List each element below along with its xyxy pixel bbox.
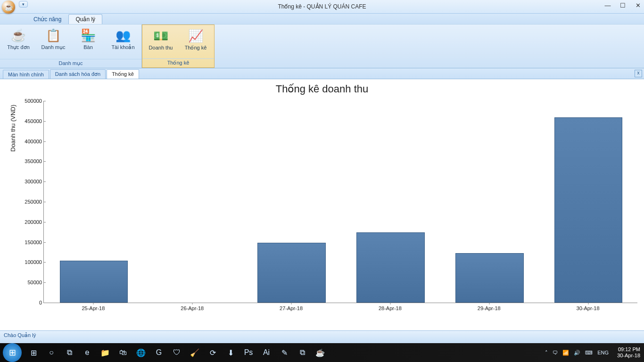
y-tick: 0 — [39, 300, 44, 305]
chart-title: Thống kê doanh thu — [0, 79, 644, 97]
bar-column: 26-Apr-18 — [143, 101, 242, 303]
taskbar-app-icon[interactable]: ☕ — [312, 346, 328, 360]
close-tab-button[interactable]: x — [635, 70, 642, 77]
y-tick: 250000 — [25, 199, 44, 205]
bar — [554, 117, 623, 303]
ribbon-button-doanh-thu[interactable]: 💵Doanh thu — [143, 27, 178, 51]
taskbar-app-icon[interactable]: ⟳ — [205, 346, 221, 360]
x-tick: 27-Apr-18 — [280, 303, 303, 311]
doc-tab-thống-kê[interactable]: Thống kê — [107, 69, 139, 79]
taskbar-app-icon[interactable]: 🌐 — [133, 346, 149, 360]
ribbon: ☕Thực đơn📋Danh mục🏪Bàn👥Tài khoảnDanh mục… — [0, 24, 644, 68]
y-tick: 150000 — [25, 239, 44, 245]
ribbon-button-tài-khoản[interactable]: 👥Tài khoản — [106, 26, 140, 51]
taskbar-app-icon[interactable]: e — [79, 346, 95, 360]
taskbar-app-icon[interactable]: ⧉ — [294, 346, 310, 360]
taskbar-app-icon[interactable]: ✎ — [276, 346, 292, 360]
taskbar-app-icon[interactable]: ⧉ — [61, 346, 77, 360]
document-tabs: Màn hình chínhDanh sách hóa đơnThống kêx — [0, 68, 644, 79]
y-axis-label: Doanh thu (VND) — [9, 105, 17, 152]
tài khoản-icon: 👥 — [116, 27, 131, 43]
taskbar-app-icon[interactable]: 🛍 — [115, 346, 131, 360]
taskbar-app-icon[interactable]: Ps — [240, 346, 256, 360]
bàn-icon: 🏪 — [81, 27, 96, 43]
y-tick: 100000 — [25, 259, 44, 265]
chart-panel: Thống kê doanh thu Doanh thu (VND) 25-Ap… — [0, 79, 644, 330]
doc-tab-màn-hình-chính[interactable]: Màn hình chính — [3, 70, 49, 79]
tray-icon[interactable]: ENG — [597, 350, 609, 355]
window-title: Thống kê - QUẢN LÝ QUÁN CAFE — [278, 3, 366, 10]
app-icon — [2, 0, 15, 14]
tray-icon[interactable]: 🔊 — [574, 350, 580, 356]
x-tick: 30-Apr-18 — [577, 303, 600, 311]
quick-access-toolbar[interactable]: ▾ — [19, 1, 28, 8]
bar — [455, 253, 524, 303]
y-tick: 300000 — [25, 179, 44, 184]
titlebar: ▾ Thống kê - QUẢN LÝ QUÁN CAFE — ☐ ✕ — [0, 0, 644, 14]
y-tick: 350000 — [25, 158, 44, 164]
ribbon-group-danh-mục: ☕Thực đơn📋Danh mục🏪Bàn👥Tài khoảnDanh mục — [0, 25, 142, 68]
doanh thu-icon: 💵 — [153, 28, 168, 44]
bar — [60, 261, 128, 303]
y-tick: 400000 — [25, 139, 44, 144]
taskbar-app-icon[interactable]: G — [151, 346, 167, 360]
ribbon-group-thống-kê: 💵Doanh thu📈Thống kêThống kê — [142, 25, 215, 68]
bar-column: 30-Apr-18 — [538, 101, 637, 303]
x-tick: 29-Apr-18 — [478, 303, 501, 311]
ribbon-tabs: Chức năngQuản lý — [0, 14, 644, 24]
start-button[interactable]: ⊞ — [3, 343, 22, 362]
taskbar-app-icon[interactable]: ⬇ — [223, 346, 239, 360]
taskbar-app-icon[interactable]: ○ — [43, 346, 59, 360]
y-tick: 500000 — [25, 98, 44, 104]
y-tick: 450000 — [25, 118, 44, 124]
taskbar-clock: 09:12 PM 30-Apr-18 — [613, 346, 644, 359]
thống kê-icon: 📈 — [188, 28, 203, 44]
ribbon-button-bàn[interactable]: 🏪Bàn — [71, 26, 106, 51]
doc-tab-danh-sách-hóa-đơn[interactable]: Danh sách hóa đơn — [50, 69, 106, 79]
tray-icon[interactable]: ˄ — [545, 350, 548, 356]
x-tick: 26-Apr-18 — [181, 303, 204, 311]
maximize-button[interactable]: ☐ — [619, 2, 626, 9]
bar — [356, 232, 425, 303]
tray-icon[interactable]: ⌨ — [585, 350, 593, 356]
thực đơn-icon: ☕ — [11, 27, 26, 43]
ribbon-button-danh-mục[interactable]: 📋Danh mục — [36, 26, 71, 51]
taskbar-app-icon[interactable]: Ai — [258, 346, 274, 360]
plot-area: 25-Apr-1826-Apr-1827-Apr-1828-Apr-1829-A… — [43, 101, 637, 303]
danh mục-icon: 📋 — [46, 27, 61, 43]
taskbar-app-icon[interactable]: 🛡 — [169, 346, 185, 360]
ribbon-button-thực-đơn[interactable]: ☕Thực đơn — [1, 26, 36, 51]
ribbon-tab-quản-lý[interactable]: Quản lý — [68, 14, 102, 24]
x-tick: 28-Apr-18 — [379, 303, 402, 311]
taskbar-app-icon[interactable]: ⊞ — [25, 346, 41, 360]
bar-column: 25-Apr-18 — [44, 101, 143, 303]
status-bar: Chào Quản lý — [0, 330, 644, 343]
taskbar: ⊞ ⊞○⧉e📁🛍🌐G🛡🧹⟳⬇PsAi✎⧉☕ ˄🗨📶🔊⌨ENG 09:12 PM … — [0, 343, 644, 362]
y-tick: 200000 — [25, 219, 44, 225]
ribbon-tab-chức-năng[interactable]: Chức năng — [26, 14, 68, 24]
tray-icon[interactable]: 📶 — [562, 350, 569, 356]
bar — [257, 243, 326, 303]
tray-icon[interactable]: 🗨 — [553, 350, 558, 355]
bar-column: 28-Apr-18 — [340, 101, 439, 303]
x-tick: 25-Apr-18 — [82, 303, 105, 311]
taskbar-app-icon[interactable]: 🧹 — [187, 346, 203, 360]
taskbar-app-icon[interactable]: 📁 — [97, 346, 113, 360]
y-tick: 50000 — [27, 280, 44, 285]
ribbon-button-thống-kê[interactable]: 📈Thống kê — [178, 27, 213, 52]
close-button[interactable]: ✕ — [635, 2, 641, 9]
bar-column: 29-Apr-18 — [439, 101, 538, 303]
bar-column: 27-Apr-18 — [242, 101, 341, 303]
minimize-button[interactable]: — — [604, 2, 611, 9]
